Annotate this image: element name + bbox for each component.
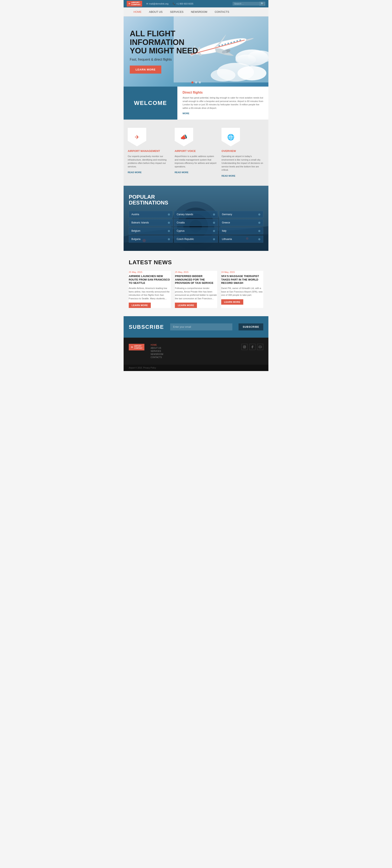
dest-italy[interactable]: Italy ⊕ (219, 227, 263, 235)
dest-plus-icon: ⊕ (258, 213, 261, 216)
dest-plus-icon: ⊕ (168, 221, 170, 224)
phone-contact: 📞 +1 800 603 6035 (173, 2, 193, 5)
logo-text: AIRPORT COMPANY (131, 2, 140, 6)
footer-nav-about[interactable]: ABOUT US (151, 347, 163, 349)
news-headline-0: AIRWIDE LAUNCHES NEW ROUTE FROM SAN FRAN… (129, 275, 171, 285)
welcome-section: WELCOME Direct flights Airport has great… (124, 87, 268, 120)
news-card-1: 25 May, 2015 PREFERRED BIDDER ANNOUNCED … (175, 271, 217, 308)
nav-about[interactable]: ABOUT US (145, 7, 166, 17)
youtube-icon[interactable] (257, 344, 263, 350)
destinations-grid: Austria ⊕ Canary Islands ⊕ Germany ⊕ Bal… (129, 211, 263, 243)
svg-marker-30 (260, 347, 261, 347)
dest-balearic[interactable]: Balearic Islands ⊕ (129, 219, 173, 226)
dest-bulgaria[interactable]: Bulgaria ⊕ (129, 236, 173, 243)
dest-croatia[interactable]: Croatia ⊕ (174, 219, 218, 226)
svg-point-28 (244, 346, 245, 347)
feature-link-1[interactable]: READ MORE (175, 171, 189, 174)
footer-logo-text: AIRPORT COMPANY (134, 345, 142, 349)
search-button[interactable]: 🔍 (259, 2, 265, 6)
dest-plus-icon: ⊕ (213, 229, 215, 232)
feature-card-voice: 📣 AIRPORT VOICE AirportVoice is a public… (175, 128, 218, 178)
svg-rect-27 (243, 346, 246, 348)
footer-nav-services[interactable]: SERVICES (151, 350, 163, 352)
nav-home[interactable]: HOME (130, 7, 145, 17)
news-text-0: Airwide Airlines, America's leading low … (129, 286, 171, 300)
news-text-2: Dariel Pitt, owner of KiHealth Ltd, with… (221, 286, 263, 297)
footer-nav-newsroom[interactable]: NEWSROOM (151, 353, 163, 355)
dest-austria[interactable]: Austria ⊕ (129, 211, 173, 218)
welcome-more-link[interactable]: MORE (183, 112, 189, 115)
feature-icon-globe: 🌐 (222, 128, 240, 146)
nav-contacts[interactable]: CONTACTS (211, 7, 233, 17)
svg-point-6 (211, 69, 235, 82)
news-card-2: 19 May, 2015 SFA'S MASSAGE THERAPIST TAK… (221, 271, 263, 308)
footer-logo-plane-icon: ✈ (131, 345, 133, 349)
dest-germany[interactable]: Germany ⊕ (219, 211, 263, 218)
features-section: ✈ AIRPORT MANAGEMENT Our experts proacti… (124, 120, 268, 186)
email-contact: ✉ mail@demolink.org (146, 2, 168, 5)
footer-nav-contacts[interactable]: CONTACTS (151, 356, 163, 359)
subscribe-title: SUBSCRIBE (129, 324, 164, 330)
search-form: 🔍 (233, 2, 265, 6)
privacy-policy-link[interactable]: Privacy Policy (143, 367, 156, 369)
copyright-text: Airport © 2015. (129, 367, 142, 369)
footer-logo[interactable]: ✈ AIRPORT COMPANY (129, 344, 144, 350)
subscribe-button[interactable]: SUBSCRIBE (238, 323, 263, 331)
welcome-left: WELCOME (124, 87, 177, 120)
dest-lithuania[interactable]: Lithuania ⊕ (219, 236, 263, 243)
footer-nav: HOME ABOUT US SERVICES NEWSROOM CONTACTS (151, 344, 163, 359)
feature-text-2: Operating an airport in today's environm… (222, 155, 264, 172)
dest-plus-icon: ⊕ (168, 238, 170, 241)
facebook-icon[interactable] (249, 344, 255, 350)
news-date-2: 19 May, 2015 (221, 271, 263, 273)
logo-plane-icon: ✈ (128, 2, 130, 5)
dest-plus-icon: ⊕ (213, 221, 215, 224)
news-btn-1[interactable]: LEARN MORE (175, 303, 197, 308)
dest-plus-icon: ⊕ (213, 238, 215, 241)
nav-newsroom[interactable]: NEWSROOM (187, 7, 211, 17)
news-btn-0[interactable]: LEARN MORE (129, 303, 151, 308)
feature-card-management: ✈ AIRPORT MANAGEMENT Our experts proacti… (128, 128, 170, 178)
welcome-heading: WELCOME (134, 100, 167, 106)
footer: ✈ AIRPORT COMPANY HOME ABOUT US SERVICES… (124, 338, 268, 365)
svg-point-5 (237, 66, 266, 81)
footer-nav-home[interactable]: HOME (151, 344, 163, 346)
dest-cyprus[interactable]: Cyprus ⊕ (174, 227, 218, 235)
news-card-0: 25 May, 2015 AIRWIDE LAUNCHES NEW ROUTE … (129, 271, 171, 308)
subscribe-email-input[interactable] (170, 323, 232, 331)
news-text-1: Following a comprehensive tender process… (175, 286, 217, 300)
feature-link-0[interactable]: READ MORE (128, 171, 141, 174)
dest-plus-icon: ⊕ (258, 229, 261, 232)
main-nav: HOME ABOUT US SERVICES NEWSROOM CONTACTS (124, 7, 268, 17)
dest-belgium[interactable]: Belgium ⊕ (129, 227, 173, 235)
destinations-title: POPULAR DESTINATIONS (129, 194, 263, 206)
news-btn-2[interactable]: LEARN MORE (221, 299, 243, 305)
nav-services[interactable]: SERVICES (166, 7, 187, 17)
feature-icon-megaphone: 📣 (175, 128, 193, 146)
feature-link-2[interactable]: READ MORE (222, 175, 235, 177)
news-section: LATEST NEWS 25 May, 2015 AIRWIDE LAUNCHE… (124, 251, 268, 316)
search-input[interactable] (233, 2, 259, 6)
hero-subtitle: Fast, frequent & direct flights (130, 58, 204, 61)
dest-canary-islands[interactable]: Canary Islands ⊕ (174, 211, 218, 218)
svg-point-29 (245, 346, 245, 346)
instagram-icon[interactable] (241, 344, 248, 350)
logo[interactable]: ✈ AIRPORT COMPANY (127, 1, 142, 7)
hero-content: ALL FLIGHT INFORMATION YOU MIGHT NEED Fa… (124, 21, 210, 82)
feature-icon-plane: ✈ (128, 128, 146, 146)
dest-czech[interactable]: Czech Republic ⊕ (174, 236, 218, 243)
welcome-right: Direct flights Airport has great potenti… (177, 87, 268, 120)
hero-cta-button[interactable]: LEARN MORE (130, 66, 161, 73)
feature-text-0: Our experts proactively monitor our infr… (128, 155, 170, 168)
news-headline-2: SFA'S MASSAGE THERAPIST TAKES PART IN TH… (221, 275, 263, 285)
phone-icon: 📞 (173, 2, 175, 5)
dest-plus-icon: ⊕ (258, 238, 261, 241)
footer-bottom: Airport © 2015. Privacy Policy (124, 365, 268, 371)
news-grid: 25 May, 2015 AIRWIDE LAUNCHES NEW ROUTE … (129, 271, 263, 308)
feature-title-0: AIRPORT MANAGEMENT (128, 150, 170, 153)
footer-social (241, 344, 263, 350)
feature-title-1: AIRPORT VOICE (175, 150, 218, 153)
news-date-0: 25 May, 2015 (129, 271, 171, 273)
subscribe-section: SUBSCRIBE SUBSCRIBE (124, 316, 268, 338)
dest-greece[interactable]: Greece ⊕ (219, 219, 263, 226)
